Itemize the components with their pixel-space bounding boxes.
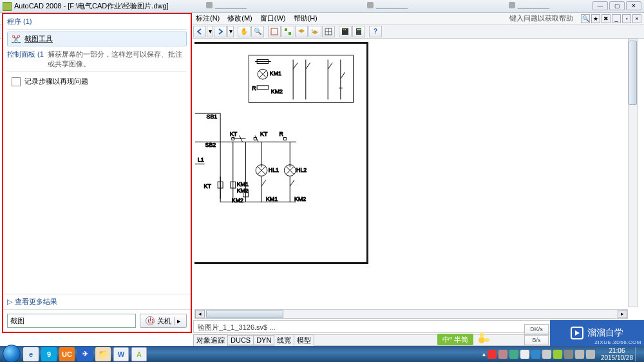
scroll-right-icon[interactable]: ▸ [618,310,627,318]
tab-dyn[interactable]: DYN [253,335,274,345]
pan-icon[interactable]: ✋ [238,26,251,37]
search-icon[interactable]: 🔍 [581,14,590,23]
x-icon[interactable]: ✖ [601,14,611,23]
tray-volume-icon[interactable] [520,350,529,359]
tray-icon-3[interactable] [509,350,518,359]
app-minimize-button[interactable]: _ [612,14,621,23]
tab-ducs[interactable]: DUCS [227,335,254,345]
svg-text:KM2: KM2 [271,88,283,95]
more-results-link[interactable]: ▷查看更多结果 [3,294,191,309]
menu-modify[interactable]: 修改(M) [225,14,255,23]
shutdown-button[interactable]: ⏻ 关机 ▸ [140,314,187,328]
app-restore-button[interactable]: ▫ [622,14,631,23]
tray-icon-7[interactable] [575,350,584,359]
horizontal-scrollbar[interactable]: ◂ ▸ [194,309,628,319]
tray-icon-8[interactable] [586,350,595,359]
svg-text:SB1: SB1 [207,113,218,120]
watermark-url: ZIXUE.3D66.COM [594,339,641,345]
calc-icon[interactable] [352,26,365,37]
result-snipping-tool[interactable]: ✂️ 截图工具 [7,32,187,46]
svg-rect-8 [345,29,346,30]
menu-help[interactable]: 帮助(H) [291,14,320,23]
play-icon [571,327,583,339]
svg-rect-2 [289,32,291,35]
svg-text:HL1: HL1 [269,167,279,173]
block-icon[interactable] [281,26,294,37]
ime-indicator[interactable]: 中º 半简 [437,334,473,345]
help-icon[interactable]: ? [369,26,382,37]
taskbar: e 9 UC ✈ 📁 W A ▴ 21:06 2015/10/28 [0,346,644,362]
maximize-button[interactable]: ▢ [609,1,625,10]
task-ie[interactable]: e [23,347,39,361]
properties-icon[interactable] [268,26,281,37]
watermark: 溜溜自学 ZIXUE.3D66.COM [550,320,644,346]
vertical-scrollbar[interactable] [628,39,638,307]
tab-model[interactable]: 模型 [294,334,314,347]
task-word[interactable]: W [113,347,129,361]
net-speed-dock: DK/s B/s [524,324,549,345]
tray-icon-6[interactable] [553,350,562,359]
svg-rect-1 [285,28,287,31]
svg-line-68 [261,180,266,186]
table-icon[interactable] [322,26,335,37]
redo-dropdown[interactable]: ▾ [227,26,234,37]
shutdown-icon: ⏻ [146,316,155,325]
titlebar: AutoCAD 2008 - [F:\电气CAD作业\经验图片.dwg] ___… [0,0,644,13]
tray-icon-4[interactable] [531,350,540,359]
svg-text:KT: KT [230,131,238,137]
task-app2[interactable]: ✈ [77,347,93,361]
menu-window[interactable]: 窗口(W) [258,14,289,23]
tray-network-icon[interactable] [564,350,573,359]
blurred-tab-3: ________ [509,1,549,9]
close-button[interactable]: ✕ [626,1,641,10]
svg-rect-0 [271,28,278,35]
tray-up-icon[interactable]: ▴ [482,350,486,357]
undo-icon[interactable] [193,26,206,37]
undo-dropdown[interactable]: ▾ [207,26,213,37]
show-desktop-button[interactable] [635,347,640,361]
svg-line-22 [293,62,298,69]
svg-rect-10 [357,29,361,30]
result-label: 截图工具 [24,34,53,44]
minimize-button[interactable]: — [592,1,608,10]
drawing-frame: KM1 R KM2 SB1 SB2 KT [194,42,368,264]
app-close-button[interactable]: × [632,14,641,23]
redo-icon[interactable] [214,26,227,37]
layer-icon[interactable] [295,26,308,37]
start-search-panel: 程序 (1) ✂️ 截图工具 控制面板 (1 捕获屏幕的一部分，这样您可以保存、… [2,13,192,333]
svg-text:HL2: HL2 [296,167,307,173]
task-app1[interactable]: 9 [41,347,57,361]
svg-text:L1: L1 [198,157,204,163]
tray-icon-2[interactable] [498,350,507,359]
start-button[interactable] [3,345,21,363]
tool-palettes-icon[interactable] [339,26,352,37]
star-icon[interactable]: ★ [591,14,600,23]
tab-otrack[interactable]: 对象追踪 [193,334,228,347]
scroll-thumb[interactable] [206,310,283,318]
autocad-icon [3,2,12,11]
svg-text:KM1: KM1 [266,196,278,202]
menu-dimension[interactable]: 标注(N) [193,14,222,23]
blurred-tab-1: ________ [206,1,247,9]
task-explorer[interactable]: 📁 [95,347,111,361]
shutdown-arrow-icon[interactable]: ▸ [174,317,181,325]
tray-icon-5[interactable] [542,350,551,359]
scroll-left-icon[interactable]: ◂ [195,310,205,318]
tray-sogou-icon[interactable] [488,350,497,359]
tab-lwt[interactable]: 线宽 [274,334,294,347]
task-uc[interactable]: UC [59,347,75,361]
result-psr-label: 记录步骤以再现问题 [24,77,88,86]
task-autocad[interactable]: A [131,347,147,361]
svg-rect-18 [257,86,269,90]
help-search-hint[interactable]: 键入问题以获取帮助 [509,14,573,23]
svg-line-28 [341,72,345,79]
result-psr[interactable]: 记录步骤以再现问题 [7,74,187,89]
svg-text:KM1: KM1 [237,181,249,187]
drawing-canvas[interactable]: KM1 R KM2 SB1 SB2 KT [194,39,638,307]
search-input[interactable] [7,314,136,328]
result-desc: 捕获屏幕的一部分，这样您可以保存、批注或共享图像。 [48,47,191,70]
svg-line-26 [328,62,332,69]
layer-prev-icon[interactable] [308,26,321,37]
zoom-icon[interactable]: 🔍 [251,26,264,37]
taskbar-clock[interactable]: 21:06 2015/10/28 [601,347,633,361]
